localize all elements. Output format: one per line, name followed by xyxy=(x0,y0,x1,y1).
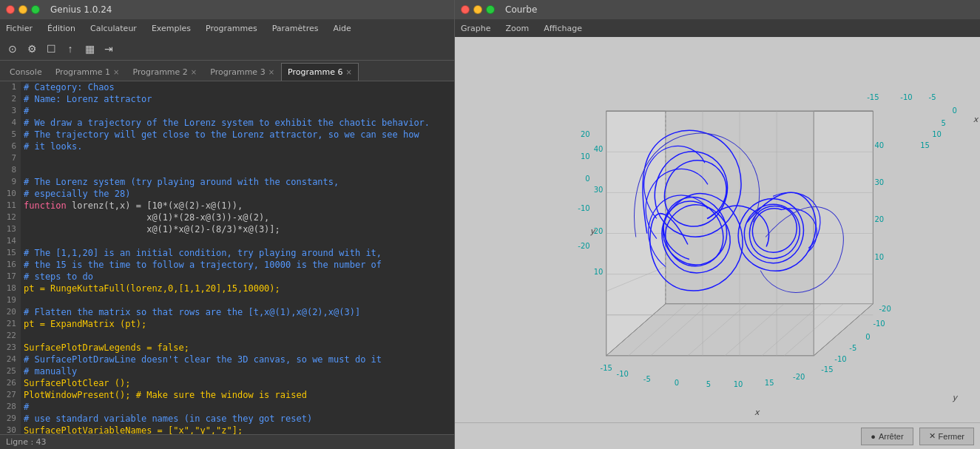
line-number: 7 xyxy=(0,152,21,164)
bottom-bar: ● Arrêter ✕ Fermer xyxy=(455,422,980,449)
code-line: 11function lorenz(t,x) = [10*(x@(2)-x@(1… xyxy=(0,200,454,212)
menu-aide[interactable]: Aide xyxy=(330,22,354,35)
code-line: 1# Category: Chaos xyxy=(0,81,454,93)
close-x-icon: ✕ xyxy=(929,431,936,441)
toolbar-settings-btn[interactable]: ⚙ xyxy=(24,41,40,57)
code-line: 4# We draw a trajectory of the Lorenz sy… xyxy=(0,117,454,129)
code-line: 10# especially the 28) xyxy=(0,188,454,200)
tab-close-programme2[interactable]: × xyxy=(191,68,197,76)
svg-text:15: 15 xyxy=(765,379,774,387)
svg-text:10: 10 xyxy=(594,268,604,276)
tab-programme6[interactable]: Programme 6 × xyxy=(281,63,359,81)
line-content: # The trajectory will get close to the L… xyxy=(21,129,419,141)
svg-text:x: x xyxy=(754,408,760,417)
menu-parametres[interactable]: Paramètres xyxy=(269,22,322,35)
line-number: 1 xyxy=(0,81,21,93)
line-number: 9 xyxy=(0,176,21,188)
svg-text:20: 20 xyxy=(874,215,884,223)
menu-zoom[interactable]: Zoom xyxy=(503,22,533,35)
minimize-tl[interactable] xyxy=(18,5,27,14)
close-tl[interactable] xyxy=(6,5,15,14)
svg-text:0: 0 xyxy=(675,379,679,387)
svg-text:40: 40 xyxy=(874,141,884,149)
code-line: 22 xyxy=(0,330,454,342)
svg-text:-20: -20 xyxy=(879,305,891,313)
tab-close-programme6[interactable]: × xyxy=(345,68,351,76)
menu-graphe[interactable]: Graphe xyxy=(458,22,494,35)
svg-text:5: 5 xyxy=(706,380,711,388)
tab-console[interactable]: Console xyxy=(3,63,49,81)
line-content: x@(1)*(28-x@(3))-x@(2), xyxy=(21,212,269,223)
svg-text:-10: -10 xyxy=(873,320,885,328)
right-minimize-tl[interactable] xyxy=(473,5,482,14)
line-number: 16 xyxy=(0,259,21,271)
svg-text:10: 10 xyxy=(581,152,590,161)
line-content: PlotWindowPresent(); # Make sure the win… xyxy=(21,389,307,401)
stop-button[interactable]: ● Arrêter xyxy=(861,428,913,445)
svg-text:10: 10 xyxy=(734,380,743,388)
code-line: 5# The trajectory will get close to the … xyxy=(0,129,454,141)
code-line: 30SurfacePlotVariableNames = ["x","y","z… xyxy=(0,425,454,434)
line-content: # Category: Chaos xyxy=(21,81,115,93)
line-content: # steps to do xyxy=(21,271,93,283)
line-number: 30 xyxy=(0,425,21,434)
svg-text:-5: -5 xyxy=(849,344,856,352)
tab-close-programme1[interactable]: × xyxy=(113,68,119,76)
tab-programme1[interactable]: Programme 1 × xyxy=(49,63,126,81)
line-content: # manually xyxy=(21,365,77,377)
tab-programme3[interactable]: Programme 3 × xyxy=(203,63,281,81)
line-number: 13 xyxy=(0,223,21,235)
right-close-tl[interactable] xyxy=(461,5,470,14)
status-bar: Ligne : 43 xyxy=(0,434,454,449)
svg-text:y: y xyxy=(953,393,959,402)
svg-text:-15: -15 xyxy=(867,93,879,101)
line-content: SurfacePlotVariableNames = ["x","y","z"]… xyxy=(21,425,243,434)
menu-edition[interactable]: Édition xyxy=(44,22,78,35)
stop-icon: ● xyxy=(871,432,876,441)
code-line: 25# manually xyxy=(0,365,454,377)
code-line: 2# Name: Lorenz attractor xyxy=(0,93,454,105)
code-line: 29# use standard variable names (in case… xyxy=(0,413,454,425)
svg-text:10: 10 xyxy=(932,130,942,138)
maximize-tl[interactable] xyxy=(31,5,40,14)
traffic-lights xyxy=(6,5,40,14)
line-number: 26 xyxy=(0,377,21,389)
svg-text:-10: -10 xyxy=(578,204,589,212)
line-content: # We draw a trajectory of the Lorenz sys… xyxy=(21,117,430,129)
code-editor[interactable]: 1# Category: Chaos2# Name: Lorenz attrac… xyxy=(0,81,454,434)
line-content xyxy=(21,235,29,247)
menu-exemples[interactable]: Exemples xyxy=(149,22,194,35)
line-content xyxy=(21,152,29,164)
toolbar-new-btn[interactable]: ☐ xyxy=(43,41,59,57)
line-content: SurfacePlotClear (); xyxy=(21,377,131,389)
svg-text:-5: -5 xyxy=(929,93,936,101)
svg-text:-20: -20 xyxy=(793,373,805,381)
svg-text:0: 0 xyxy=(585,175,589,183)
line-number: 19 xyxy=(0,294,21,306)
svg-text:40: 40 xyxy=(594,145,604,153)
line-content: # the 15 is the time to follow a traject… xyxy=(21,259,382,271)
code-line: 13 x@(1)*x@(2)-(8/3)*x@(3)]; xyxy=(0,223,454,235)
code-line: 24# SurfacePlotDrawLine doesn't clear th… xyxy=(0,354,454,365)
tab-bar: Console Programme 1 × Programme 2 × Prog… xyxy=(0,61,454,81)
line-content: # Flatten the matrix so that rows are th… xyxy=(21,306,360,318)
menu-affichage[interactable]: Affichage xyxy=(541,22,585,35)
close-button[interactable]: ✕ Fermer xyxy=(919,428,974,445)
tab-programme2[interactable]: Programme 2 × xyxy=(126,63,203,81)
menu-fichier[interactable]: Fichier xyxy=(3,22,36,35)
toolbar-exit-btn[interactable]: ⇥ xyxy=(101,41,117,57)
code-line: 6# it looks. xyxy=(0,141,454,152)
line-content: # xyxy=(21,401,29,413)
left-toolbar: ⊙ ⚙ ☐ ↑ ▦ ⇥ xyxy=(0,37,454,61)
right-maximize-tl[interactable] xyxy=(486,5,495,14)
menu-programmes[interactable]: Programmes xyxy=(203,22,260,35)
toolbar-upload-btn[interactable]: ↑ xyxy=(62,41,78,57)
tab-close-programme3[interactable]: × xyxy=(268,68,274,76)
menu-calculateur[interactable]: Calculateur xyxy=(87,22,140,35)
line-number: 2 xyxy=(0,93,21,105)
toolbar-circle-btn[interactable]: ⊙ xyxy=(4,41,21,57)
code-line: 9# The Lorenz system (try playing around… xyxy=(0,176,454,188)
line-number: 18 xyxy=(0,283,21,294)
toolbar-save-btn[interactable]: ▦ xyxy=(81,41,98,57)
code-line: 19 xyxy=(0,294,454,306)
